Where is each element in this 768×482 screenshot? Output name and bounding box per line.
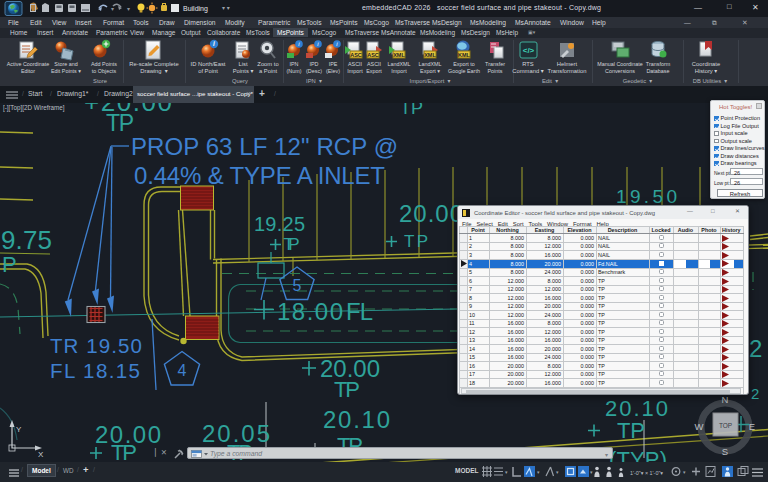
- svg-text:9.75: 9.75: [1, 225, 52, 255]
- svg-text:5: 5: [293, 277, 302, 294]
- svg-text:20.10: 20.10: [323, 406, 390, 433]
- svg-text:TP: TP: [334, 377, 360, 402]
- svg-text:(TYP): (TYP): [609, 447, 667, 462]
- svg-text:E: E: [749, 421, 755, 432]
- svg-text:TP: TP: [106, 110, 134, 136]
- svg-text:2: 2: [751, 385, 759, 402]
- svg-text:N: N: [722, 394, 729, 405]
- svg-text:1'-0"▾ × 1'-0"▾: 1'-0"▾ × 1'-0"▾: [630, 470, 663, 476]
- svg-text:▾: ▾: [111, 6, 114, 12]
- svg-text:0.44% & TYPE A INLET: 0.44% & TYPE A INLET: [134, 162, 385, 189]
- svg-text:Y: Y: [16, 425, 22, 434]
- svg-text:▾: ▾: [683, 469, 686, 475]
- svg-text:4: 4: [178, 362, 187, 379]
- svg-text:XML: XML: [424, 52, 436, 58]
- svg-text:▾: ▾: [537, 469, 540, 475]
- svg-text:▾: ▾: [590, 469, 593, 475]
- svg-text:2: 2: [749, 335, 762, 362]
- svg-text:</>: </>: [523, 46, 535, 55]
- svg-text:19.50: 19.50: [616, 186, 677, 207]
- svg-text:P: P: [2, 252, 17, 277]
- svg-text:TP: TP: [400, 103, 423, 118]
- svg-text:PROP 63 LF 12" RCP @: PROP 63 LF 12" RCP @: [131, 133, 398, 160]
- svg-text:FL 18.15: FL 18.15: [50, 359, 140, 382]
- svg-text:TP: TP: [617, 418, 645, 443]
- svg-text:TP: TP: [111, 440, 137, 462]
- svg-text:TR 19.50: TR 19.50: [50, 334, 142, 357]
- svg-text:FL: FL: [346, 298, 373, 325]
- svg-text:▾: ▾: [127, 6, 130, 12]
- svg-text:i: i: [213, 40, 215, 47]
- svg-text:19.25: 19.25: [254, 213, 305, 235]
- svg-text:18.00: 18.00: [277, 298, 343, 325]
- svg-text:ASC: ASC: [350, 52, 362, 58]
- svg-text:ASC: ASC: [367, 52, 379, 58]
- svg-text:S: S: [722, 446, 728, 457]
- svg-text:X: X: [38, 450, 44, 459]
- svg-text:▾: ▾: [505, 469, 508, 475]
- svg-text:TOP: TOP: [719, 422, 732, 429]
- svg-text:W: W: [695, 421, 704, 432]
- svg-text:TP: TP: [284, 235, 300, 254]
- svg-text:▾: ▾: [556, 469, 559, 475]
- svg-text:KML: KML: [458, 52, 471, 58]
- svg-text:TP: TP: [404, 232, 428, 251]
- svg-text:20.00: 20.00: [399, 200, 463, 227]
- svg-text:XML: XML: [393, 52, 405, 58]
